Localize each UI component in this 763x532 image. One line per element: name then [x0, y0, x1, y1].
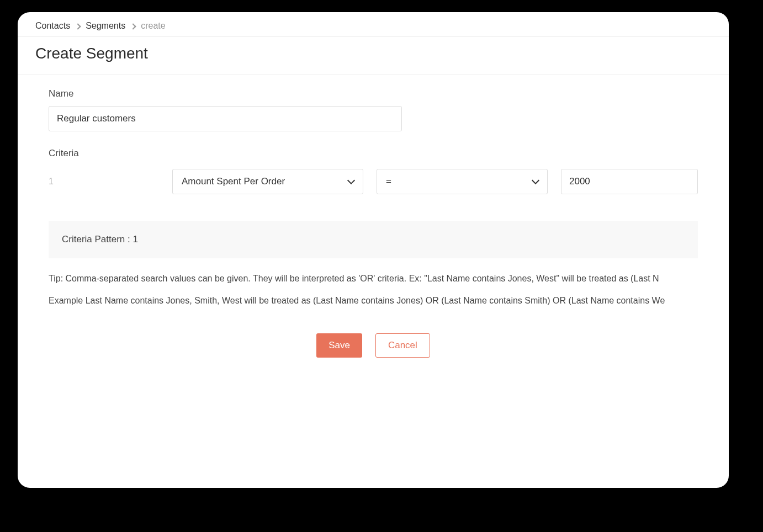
criteria-field-select[interactable]: Amount Spent Per Order: [172, 169, 363, 194]
chevron-down-icon: [532, 177, 539, 184]
name-label: Name: [49, 88, 698, 99]
breadcrumb-create: create: [141, 21, 165, 31]
criteria-operator-select[interactable]: =: [377, 169, 548, 194]
cancel-button[interactable]: Cancel: [375, 333, 430, 358]
criteria-value-input[interactable]: [561, 169, 698, 194]
breadcrumb: Contacts Segments create: [18, 12, 729, 37]
content-area: Name Criteria 1 Amount Spent Per Order =…: [18, 75, 729, 358]
breadcrumb-segments[interactable]: Segments: [86, 21, 125, 31]
app-window: Contacts Segments create Create Segment …: [18, 12, 729, 488]
name-input[interactable]: [49, 106, 402, 131]
criteria-pattern-label: Criteria Pattern : 1: [62, 234, 138, 244]
criteria-field-value: Amount Spent Per Order: [182, 176, 285, 187]
save-button[interactable]: Save: [316, 333, 362, 358]
criteria-index: 1: [49, 177, 159, 187]
criteria-pattern-box: Criteria Pattern : 1: [49, 221, 698, 258]
example-text: Example Last Name contains Jones, Smith,…: [49, 296, 698, 306]
breadcrumb-contacts[interactable]: Contacts: [35, 21, 70, 31]
criteria-label: Criteria: [49, 148, 698, 159]
action-buttons: Save Cancel: [49, 333, 698, 358]
tip-text: Tip: Comma-separated search values can b…: [49, 274, 698, 284]
chevron-right-icon: [75, 23, 81, 29]
criteria-operator-value: =: [386, 176, 391, 187]
criteria-row: 1 Amount Spent Per Order =: [49, 169, 698, 194]
page-title: Create Segment: [18, 37, 729, 75]
chevron-down-icon: [347, 177, 355, 184]
chevron-right-icon: [130, 23, 136, 29]
